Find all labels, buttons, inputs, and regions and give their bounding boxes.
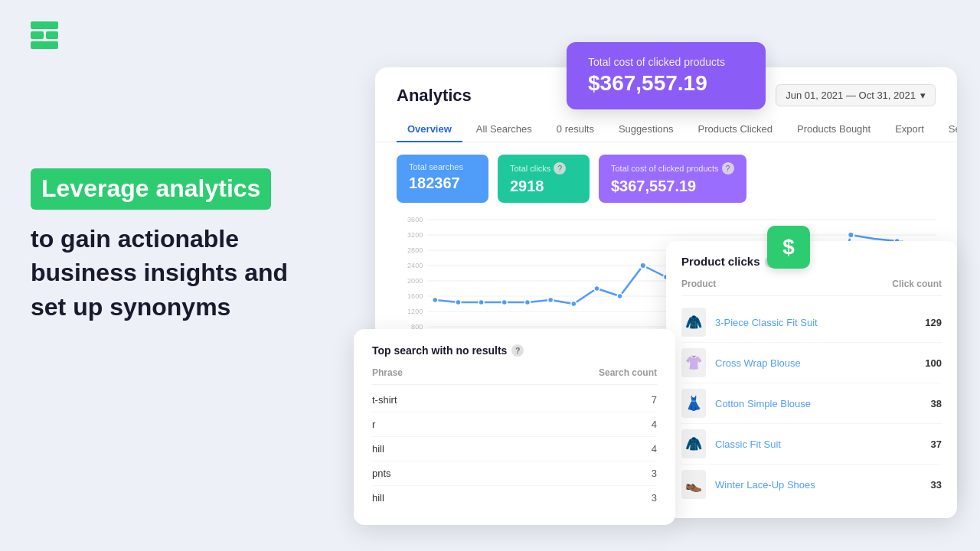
logo-row-3 [31,41,58,49]
product-count-1: 129 [925,317,942,328]
product-row: 👞 Winter Lace-Up Shoes 33 [681,465,942,504]
svg-point-21 [548,298,554,303]
nr-col-count: Search count [599,367,657,378]
product-name-1[interactable]: 3-Piece Classic Fit Suit [715,317,925,328]
product-name-3[interactable]: Cotton Simple Blouse [715,398,931,409]
svg-text:2000: 2000 [407,277,423,285]
chevron-down-icon: ▾ [920,90,926,101]
svg-point-31 [848,232,854,238]
svg-point-25 [640,262,646,269]
product-row: 🧥 Classic Fit Suit 37 [681,424,942,465]
nr-count-4: 3 [652,468,657,479]
dollar-sign-button[interactable]: $ [767,226,810,269]
svg-point-23 [594,286,599,292]
tab-settings[interactable]: Settings [938,117,957,142]
app-logo [31,21,58,49]
stat-clicks-value: 2918 [510,178,577,195]
clicks-info-icon[interactable]: ? [554,162,566,174]
tab-overview[interactable]: Overview [397,117,462,142]
product-name-5[interactable]: Winter Lace-Up Shoes [715,479,931,491]
product-row: 🧥 3-Piece Classic Fit Suit 129 [681,302,942,343]
svg-point-17 [456,300,461,305]
nr-phrase-4: pnts [372,468,391,479]
product-image-4: 🧥 [681,429,706,458]
product-clicks-table-header: Product Click count [681,279,942,296]
product-name-4[interactable]: Classic Fit Suit [715,439,931,450]
svg-point-20 [524,300,530,305]
no-results-table-header: Phrase Search count [372,367,657,385]
col-product-label: Product [681,279,716,289]
stat-cards: Total searches 182367 Total clicks ? 291… [375,142,957,203]
nr-count-2: 4 [652,419,657,430]
product-clicks-panel: Product clicks ? Product Click count 🧥 3… [666,241,957,518]
list-item: hill 4 [372,437,657,461]
tab-all-searches[interactable]: All Searches [466,117,543,142]
svg-point-22 [571,302,577,307]
svg-point-19 [501,300,507,305]
nr-phrase-1: t-shirt [372,394,397,406]
list-item: t-shirt 7 [372,388,657,412]
svg-point-24 [617,294,622,299]
hero-body: to gain actionablebusiness insights ands… [31,222,352,324]
stat-searches-label: Total searches [409,162,476,171]
no-results-info-icon[interactable]: ? [511,344,524,357]
product-row: 👚 Cross Wrap Blouse 100 [681,343,942,383]
svg-text:1200: 1200 [407,308,423,315]
svg-point-16 [433,298,438,303]
col-count-label: Click count [892,279,942,289]
no-results-list: t-shirt 7 r 4 hill 4 pnts 3 hill 3 [372,388,657,510]
stat-cost-label: Total cost of clicked products ? [611,162,734,174]
stat-cost-value: $367,557.19 [611,178,734,195]
product-name-2[interactable]: Cross Wrap Blouse [715,357,925,369]
logo-cell-2 [46,31,59,39]
nr-col-phrase: Phrase [372,367,403,378]
stat-total-cost: Total cost of clicked products ? $367,55… [599,155,746,203]
tooltip-label: Total cost of clicked products [588,56,744,68]
product-image-5: 👞 [681,470,706,499]
product-image-2: 👚 [681,348,706,377]
date-range-picker[interactable]: Jun 01, 2021 — Oct 31, 2021 ▾ [776,84,936,106]
nav-tabs: Overview All Searches 0 results Suggesti… [375,117,957,142]
stat-total-clicks: Total clicks ? 2918 [498,155,590,203]
hero-section: Leverage analytics to gain actionablebus… [31,168,352,324]
tab-export[interactable]: Export [884,117,935,142]
svg-text:2800: 2800 [407,246,423,254]
logo-row-1 [31,21,58,29]
no-results-panel: Top search with no results ? Phrase Sear… [354,329,675,525]
hero-highlight: Leverage analytics [31,168,271,210]
svg-text:2400: 2400 [407,262,423,269]
list-item: r 4 [372,412,657,437]
tab-suggestions[interactable]: Suggestions [608,117,684,142]
tab-0-results[interactable]: 0 results [546,117,605,142]
tab-products-clicked[interactable]: Products Clicked [688,117,784,142]
product-count-3: 38 [931,398,942,409]
stat-clicks-label: Total clicks ? [510,162,577,174]
product-image-3: 👗 [681,389,706,418]
no-results-title: Top search with no results ? [372,344,657,357]
analytics-title: Analytics [397,86,472,106]
list-item: pnts 3 [372,461,657,486]
svg-text:3600: 3600 [407,216,423,223]
nr-phrase-5: hill [372,492,384,504]
tooltip-value: $367,557.19 [588,71,744,96]
tooltip-card: Total cost of clicked products $367,557.… [567,42,766,109]
nr-count-3: 4 [652,443,657,455]
nr-count-5: 3 [652,492,657,504]
nr-phrase-2: r [372,419,375,430]
date-range-label: Jun 01, 2021 — Oct 31, 2021 [786,90,916,101]
product-clicks-title: Product clicks ? [681,255,942,268]
svg-text:1600: 1600 [407,292,423,300]
list-item: hill 3 [372,486,657,510]
product-image-1: 🧥 [681,308,706,337]
svg-point-18 [479,300,484,305]
tab-products-bought[interactable]: Products Bought [786,117,881,142]
svg-text:3200: 3200 [407,231,423,239]
product-clicks-list: 🧥 3-Piece Classic Fit Suit 129 👚 Cross W… [681,302,942,504]
cost-info-icon[interactable]: ? [722,162,734,174]
nr-count-1: 7 [652,394,657,406]
stat-searches-value: 182367 [409,174,476,192]
product-count-5: 33 [931,479,942,491]
product-count-4: 37 [931,439,942,450]
product-count-2: 100 [925,357,942,369]
product-row: 👗 Cotton Simple Blouse 38 [681,383,942,424]
